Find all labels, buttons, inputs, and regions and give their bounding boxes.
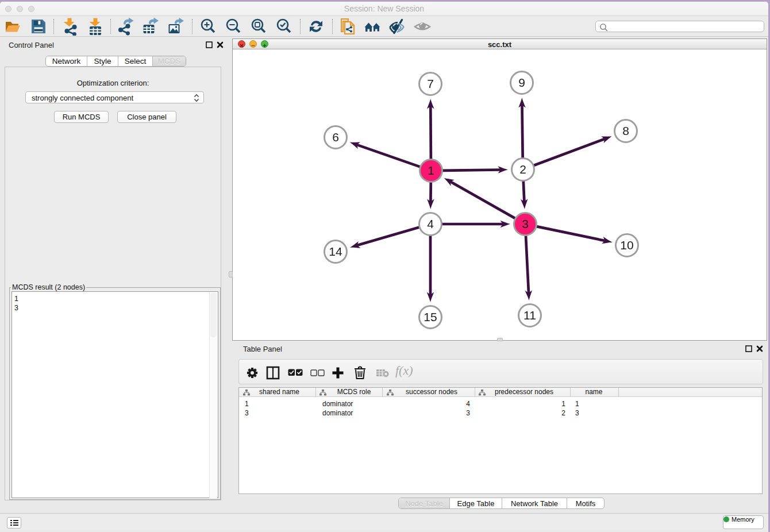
svg-text:4: 4 xyxy=(427,217,434,230)
svg-text:15: 15 xyxy=(424,310,437,323)
svg-text:11: 11 xyxy=(523,309,536,322)
svg-text:10: 10 xyxy=(620,238,633,252)
svg-text:7: 7 xyxy=(427,77,434,90)
svg-text:2: 2 xyxy=(519,163,526,176)
svg-text:3: 3 xyxy=(522,217,529,230)
svg-text:6: 6 xyxy=(332,130,339,144)
svg-text:14: 14 xyxy=(329,245,342,258)
svg-text:1: 1 xyxy=(428,164,434,177)
svg-text:9: 9 xyxy=(518,76,525,89)
svg-text:8: 8 xyxy=(622,124,629,137)
